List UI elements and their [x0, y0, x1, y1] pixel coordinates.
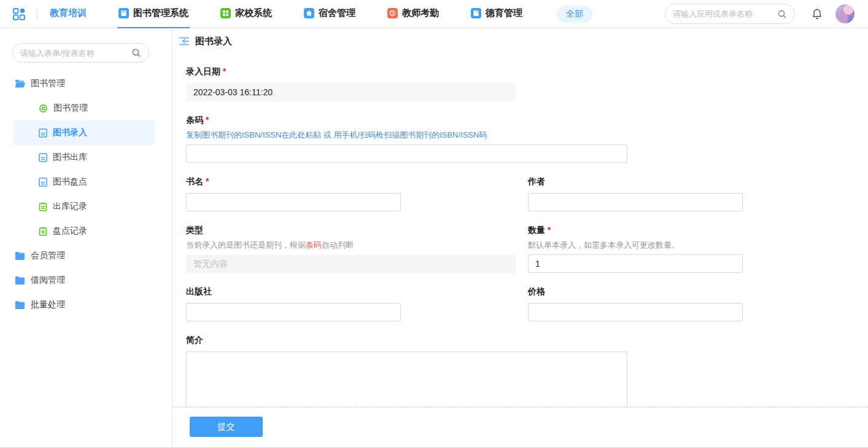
- tab-home-school-system[interactable]: 家校系统: [219, 0, 273, 28]
- field-barcode: 条码* 复制图书期刊的ISBN/ISSN在此处粘贴 或 用手机/扫码枪扫描图书期…: [186, 115, 868, 163]
- tab-moral-education[interactable]: 德育管理: [470, 0, 524, 28]
- document-icon: [39, 128, 47, 138]
- required-mark: *: [206, 176, 209, 186]
- field-label: 数量*: [528, 225, 743, 236]
- tree-label: 批量处理: [31, 299, 65, 310]
- tab-teacher-attendance[interactable]: 教师考勤: [386, 0, 440, 28]
- tab-label: 宿舍管理: [319, 7, 355, 19]
- barcode-hint-link[interactable]: 条码: [306, 240, 322, 250]
- tree-label: 图书录入: [53, 127, 87, 138]
- barcode-input[interactable]: [186, 144, 627, 163]
- tab-book-management-system[interactable]: 图书管理系统: [117, 0, 190, 28]
- entry-date-input[interactable]: [186, 83, 516, 101]
- author-input[interactable]: [528, 193, 743, 211]
- book-name-input[interactable]: [186, 193, 401, 211]
- field-book-name: 书名*: [186, 176, 528, 211]
- row-publisher-price: 出版社 价格: [186, 286, 868, 321]
- attendance-app-icon: [387, 8, 398, 18]
- global-search[interactable]: [665, 4, 795, 24]
- book-management-app: 教育培训 图书管理系统 家校系统 宿舍管理: [0, 0, 868, 448]
- quantity-hint: 默认单本录入，如需多本录入可更改数量。: [528, 240, 743, 251]
- form-search-input[interactable]: [20, 49, 131, 58]
- field-type: 类型 当前录入的是图书还是期刊，根据条码自动判断: [186, 225, 528, 273]
- main-panel: 图书录入 录入日期* 条码* 复制图书期刊的ISBN/ISSN在此处粘贴 或 用…: [172, 28, 868, 447]
- tab-label: 图书管理系统: [133, 7, 188, 19]
- field-price: 价格: [528, 286, 743, 321]
- row-type-quantity: 类型 当前录入的是图书还是期刊，根据条码自动判断 数量* 默认单本录入，如需多本…: [186, 225, 868, 273]
- folder-icon: [15, 276, 25, 285]
- clipboard-icon: [39, 202, 47, 211]
- price-input[interactable]: [528, 303, 743, 321]
- field-intro: 简介: [186, 335, 868, 407]
- tree-label: 会员管理: [31, 250, 65, 261]
- tab-dormitory-management[interactable]: 宿舍管理: [303, 0, 357, 28]
- intro-textarea[interactable]: [186, 352, 627, 407]
- tree-folder-batch-processing[interactable]: 批量处理: [14, 293, 155, 317]
- folder-open-icon: [15, 79, 25, 88]
- tab-label: 教师考勤: [402, 7, 439, 19]
- required-mark: *: [206, 115, 209, 125]
- sidebar: 图书管理 图书管理 图书录入: [0, 28, 172, 447]
- tree-item-book-entry[interactable]: 图书录入: [14, 120, 155, 145]
- collapse-sidebar-icon[interactable]: [179, 36, 190, 46]
- row-bookname-author: 书名* 作者: [186, 176, 868, 211]
- home-school-app-icon: [220, 8, 231, 18]
- main-header: 图书录入: [172, 28, 868, 54]
- book-app-icon: [118, 8, 129, 18]
- field-label: 类型: [186, 225, 528, 236]
- clipboard-icon: [39, 227, 47, 236]
- required-mark: *: [548, 225, 551, 235]
- user-avatar[interactable]: [835, 4, 854, 23]
- tree-label: 出库记录: [53, 201, 87, 212]
- form-search[interactable]: [12, 43, 149, 63]
- tree-label: 图书盘点: [53, 176, 87, 187]
- type-input: [186, 254, 516, 273]
- global-search-input[interactable]: [673, 9, 777, 18]
- field-label: 条码*: [186, 115, 868, 126]
- tree-folder-book-management[interactable]: 图书管理: [14, 71, 155, 96]
- tab-label: 家校系统: [235, 7, 272, 19]
- apps-grid-icon[interactable]: [12, 7, 26, 21]
- tree-item-outbound-records[interactable]: 出库记录: [14, 194, 155, 219]
- required-mark: *: [223, 66, 226, 76]
- field-publisher: 出版社: [186, 286, 528, 321]
- tree-item-book-inventory[interactable]: 图书盘点: [14, 170, 155, 194]
- form-tree: 图书管理 图书管理 图书录入: [0, 71, 172, 317]
- app-tabs: 教育培训 图书管理系统 家校系统 宿舍管理: [48, 0, 553, 28]
- tree-item-book-management[interactable]: 图书管理: [14, 96, 155, 120]
- tree-folder-member-management[interactable]: 会员管理: [14, 243, 155, 268]
- all-apps-pill[interactable]: 全部: [557, 6, 592, 23]
- tab-education-training[interactable]: 教育培训: [48, 0, 88, 28]
- field-label: 录入日期*: [186, 66, 868, 77]
- search-icon[interactable]: [777, 9, 787, 19]
- search-icon[interactable]: [131, 48, 141, 58]
- field-label: 简介: [186, 335, 868, 346]
- tree-label: 图书管理: [31, 78, 65, 89]
- field-entry-date: 录入日期*: [186, 66, 868, 101]
- field-label: 书名*: [186, 176, 528, 187]
- tree-item-book-outbound[interactable]: 图书出库: [14, 145, 155, 170]
- tree-folder-borrow-management[interactable]: 借阅管理: [14, 268, 155, 293]
- record-target-icon: [39, 104, 48, 113]
- barcode-hint: 复制图书期刊的ISBN/ISSN在此处粘贴 或 用手机/扫码枪扫描图书期刊的IS…: [186, 130, 868, 141]
- quantity-input[interactable]: [528, 254, 743, 273]
- book-entry-form: 录入日期* 条码* 复制图书期刊的ISBN/ISSN在此处粘贴 或 用手机/扫码…: [172, 54, 868, 407]
- folder-icon: [15, 251, 25, 261]
- field-label: 出版社: [186, 286, 528, 297]
- tab-label: 教育培训: [50, 7, 87, 19]
- form-footer: 提交: [172, 407, 868, 447]
- topbar-divider: [37, 9, 37, 20]
- submit-button[interactable]: 提交: [190, 417, 263, 437]
- field-label: 价格: [528, 286, 743, 297]
- notification-bell-icon[interactable]: [811, 8, 823, 20]
- publisher-input[interactable]: [186, 303, 401, 321]
- document-icon: [39, 178, 47, 187]
- type-hint: 当前录入的是图书还是期刊，根据条码自动判断: [186, 240, 528, 251]
- field-label: 作者: [528, 176, 743, 187]
- tree-label: 盘点记录: [53, 226, 87, 237]
- tree-label: 图书管理: [53, 103, 88, 114]
- tree-item-inventory-records[interactable]: 盘点记录: [14, 219, 155, 243]
- document-icon: [39, 153, 47, 162]
- tree-label: 图书出库: [53, 152, 87, 163]
- dormitory-app-icon: [304, 8, 314, 18]
